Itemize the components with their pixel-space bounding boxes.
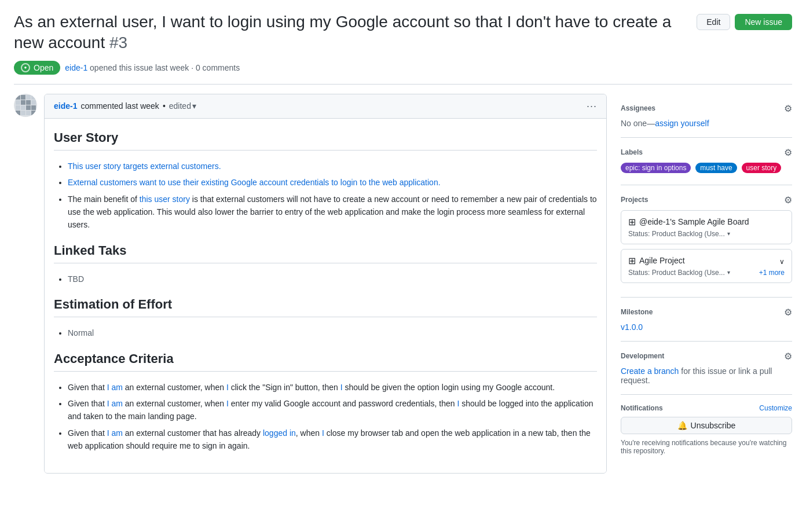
user-story-heading: User Story bbox=[54, 130, 597, 145]
edited-button[interactable]: edited ▾ bbox=[169, 101, 196, 111]
list-item: Normal bbox=[68, 326, 597, 339]
bell-icon: 🔔 bbox=[677, 421, 687, 430]
linked-tasks-heading: Linked Taks bbox=[54, 243, 597, 258]
comment-row: eide-1 commented last week • edited ▾ ··… bbox=[14, 94, 607, 474]
labels-header: Labels ⚙ bbox=[621, 147, 792, 158]
chevron-down-icon: ▾ bbox=[192, 101, 196, 111]
projects-title: Projects bbox=[621, 196, 648, 204]
list-item: TBD bbox=[68, 273, 597, 285]
project2-header: ⊞ Agile Project ∨ bbox=[628, 255, 785, 269]
sidebar-notifications: Notifications Customize 🔔 Unsubscribe Yo… bbox=[621, 395, 792, 464]
project1-dropdown-icon[interactable]: ▾ bbox=[727, 230, 730, 237]
project2-status-text: Status: Product Backlog (Use... bbox=[628, 269, 725, 277]
acceptance-list: Given that I am an external customer, wh… bbox=[54, 381, 597, 453]
assignees-title: Assignees bbox=[621, 104, 655, 112]
development-text: Create a branch for this issue or link a… bbox=[621, 366, 792, 385]
estimation-list: Normal bbox=[54, 326, 597, 339]
assign-yourself-link[interactable]: assign yourself bbox=[655, 119, 709, 128]
comment-timestamp: commented last week bbox=[80, 101, 159, 111]
assignees-gear-icon[interactable]: ⚙ bbox=[784, 103, 792, 114]
issue-number: #3 bbox=[109, 34, 127, 52]
development-gear-icon[interactable]: ⚙ bbox=[784, 351, 792, 362]
label-epic[interactable]: epic: sign in options bbox=[621, 163, 691, 173]
header-divider bbox=[14, 84, 792, 85]
unsubscribe-button[interactable]: 🔔 Unsubscribe bbox=[621, 417, 792, 434]
project2-dropdown-icon[interactable]: ▾ bbox=[727, 269, 730, 276]
comment-header-left: eide-1 commented last week • edited ▾ bbox=[54, 101, 196, 111]
development-title: Development bbox=[621, 352, 664, 360]
assignees-empty: No one—assign yourself bbox=[621, 119, 792, 128]
labels-title: Labels bbox=[621, 148, 643, 156]
acceptance-divider bbox=[54, 371, 597, 372]
comment-options-button[interactable]: ··· bbox=[587, 100, 597, 112]
sidebar-labels: Labels ⚙ epic: sign in options must have… bbox=[621, 138, 792, 185]
project2-status: Status: Product Backlog (Use... ▾ bbox=[628, 269, 730, 277]
milestone-value[interactable]: v1.0.0 bbox=[621, 322, 643, 332]
development-header: Development ⚙ bbox=[621, 351, 792, 362]
project2-more[interactable]: +1 more bbox=[759, 269, 785, 277]
label-user-story[interactable]: user story bbox=[742, 163, 782, 173]
project1-name: ⊞ @eide-1's Sample Agile Board bbox=[628, 217, 785, 228]
milestone-title: Milestone bbox=[621, 308, 653, 316]
assignees-header: Assignees ⚙ bbox=[621, 103, 792, 114]
milestone-gear-icon[interactable]: ⚙ bbox=[784, 307, 792, 318]
avatar bbox=[14, 94, 37, 117]
project2-name: ⊞ Agile Project bbox=[628, 255, 685, 266]
open-circle-icon bbox=[21, 63, 30, 72]
labels-gear-icon[interactable]: ⚙ bbox=[784, 147, 792, 158]
linked-tasks-list: TBD bbox=[54, 273, 597, 285]
notifications-header: Notifications Customize bbox=[621, 404, 792, 412]
user-story-list: This user story targets external custome… bbox=[54, 160, 597, 232]
unsubscribe-label: Unsubscribe bbox=[691, 421, 736, 430]
project1-name-text: @eide-1's Sample Agile Board bbox=[639, 217, 749, 226]
list-item: Given that I am an external customer, wh… bbox=[68, 397, 597, 423]
status-badge: Open bbox=[14, 61, 60, 75]
project-card-1: ⊞ @eide-1's Sample Agile Board Status: P… bbox=[621, 210, 792, 244]
acceptance-heading: Acceptance Criteria bbox=[54, 351, 597, 366]
table-icon-2: ⊞ bbox=[628, 255, 636, 266]
list-item: This user story targets external custome… bbox=[68, 160, 597, 173]
table-icon-1: ⊞ bbox=[628, 217, 636, 228]
sidebar-assignees: Assignees ⚙ No one—assign yourself bbox=[621, 94, 792, 138]
milestone-header: Milestone ⚙ bbox=[621, 307, 792, 318]
sidebar-projects: Projects ⚙ ⊞ @eide-1's Sample Agile Boar… bbox=[621, 185, 792, 298]
issue-title: As an external user, I want to login usi… bbox=[14, 12, 687, 54]
new-issue-button[interactable]: New issue bbox=[735, 14, 792, 30]
project1-status: Status: Product Backlog (Use... ▾ bbox=[628, 230, 785, 238]
issue-header: As an external user, I want to login usi… bbox=[14, 12, 792, 54]
project1-status-text: Status: Product Backlog (Use... bbox=[628, 230, 725, 238]
issue-author-link[interactable]: eide-1 bbox=[65, 63, 87, 72]
sidebar-development: Development ⚙ Create a branch for this i… bbox=[621, 342, 792, 395]
sidebar: Assignees ⚙ No one—assign yourself Label… bbox=[621, 94, 792, 474]
header-buttons: Edit New issue bbox=[697, 12, 792, 30]
project-card-2: ⊞ Agile Project ∨ Status: Product Backlo… bbox=[621, 249, 792, 283]
estimation-divider bbox=[54, 317, 597, 317]
customize-link[interactable]: Customize bbox=[759, 404, 792, 412]
label-must-have[interactable]: must have bbox=[695, 163, 737, 173]
edited-separator: • bbox=[163, 101, 166, 111]
list-item: Given that I am an external customer tha… bbox=[68, 427, 597, 453]
project2-chevron-icon[interactable]: ∨ bbox=[779, 258, 785, 266]
project2-name-text: Agile Project bbox=[639, 256, 685, 265]
content-area: eide-1 commented last week • edited ▾ ··… bbox=[14, 94, 607, 474]
comment-body: User Story This user story targets exter… bbox=[45, 119, 606, 474]
edit-button[interactable]: Edit bbox=[697, 14, 730, 30]
notification-note: You're receiving notifications because y… bbox=[621, 439, 792, 455]
comment-author-link[interactable]: eide-1 bbox=[54, 101, 77, 111]
comment-box: eide-1 commented last week • edited ▾ ··… bbox=[44, 94, 607, 474]
main-layout: eide-1 commented last week • edited ▾ ··… bbox=[14, 94, 792, 474]
issue-meta-text: eide-1 opened this issue last week · 0 c… bbox=[65, 63, 240, 72]
issue-meta-detail: opened this issue last week · 0 comments bbox=[90, 63, 240, 72]
sidebar-milestone: Milestone ⚙ v1.0.0 bbox=[621, 298, 792, 342]
notifications-title: Notifications bbox=[621, 404, 663, 412]
list-item: Given that I am an external customer, wh… bbox=[68, 381, 597, 394]
projects-gear-icon[interactable]: ⚙ bbox=[784, 195, 792, 206]
user-story-divider bbox=[54, 150, 597, 151]
list-item: The main benefit of this user story is t… bbox=[68, 193, 597, 232]
create-branch-link[interactable]: Create a branch bbox=[621, 366, 679, 376]
comment-header: eide-1 commented last week • edited ▾ ··… bbox=[45, 94, 606, 119]
labels-list: epic: sign in options must have user sto… bbox=[621, 163, 792, 175]
edited-label: edited bbox=[169, 101, 191, 111]
status-label: Open bbox=[34, 63, 53, 72]
estimation-heading: Estimation of Effort bbox=[54, 297, 597, 312]
